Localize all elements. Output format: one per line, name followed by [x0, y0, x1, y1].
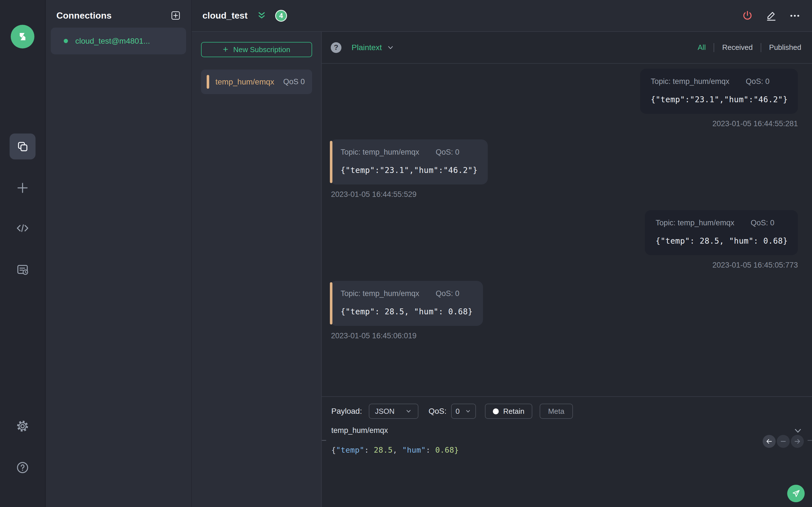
message-topic: Topic: temp_hum/emqx [341, 289, 419, 298]
message-bubble[interactable]: Topic: temp_hum/emqx QoS: 0 {"temp":"23.… [640, 69, 798, 114]
chevron-down-icon [405, 407, 412, 415]
add-connection-button[interactable] [170, 10, 181, 21]
plus-icon: + [223, 45, 229, 54]
chevron-down-icon [386, 43, 395, 52]
collapse-panel-button[interactable] [256, 10, 267, 21]
retain-dot-icon [493, 408, 499, 414]
message-topic: Topic: temp_hum/emqx [651, 77, 729, 86]
page-title: cloud_test [202, 10, 248, 21]
sidebar-item-help[interactable] [10, 455, 36, 481]
qos-select[interactable]: 0 [451, 404, 476, 419]
publish-topic-row: temp_hum/emqx [331, 426, 812, 435]
filter-all[interactable]: All [698, 43, 706, 52]
message-meta: Topic: temp_hum/emqx QoS: 0 [656, 219, 788, 227]
message-payload: {"temp":"23.1","hum":"46.2"} [651, 95, 788, 104]
new-subscription-label: New Subscription [233, 45, 290, 54]
send-message-button[interactable] [787, 485, 805, 502]
message-topic: Topic: temp_hum/emqx [656, 219, 734, 227]
message-bubble[interactable]: Topic: temp_hum/emqx QoS: 0 {"temp":"23.… [330, 139, 488, 184]
subscription-qos: QoS 0 [283, 77, 305, 86]
message-qos: QoS: 0 [746, 77, 769, 86]
subscription-topic: temp_hum/emqx [215, 77, 274, 87]
publish-toolbar: Payload: JSON QoS: 0 [331, 404, 812, 419]
history-prev-button[interactable] [763, 435, 776, 448]
payload-format-select[interactable]: JSON [369, 404, 418, 419]
disconnect-button[interactable] [742, 10, 753, 22]
mqttx-logo[interactable] [11, 25, 35, 48]
message-qos: QoS: 0 [436, 148, 459, 157]
message-bubble[interactable]: Topic: temp_hum/emqx QoS: 0 {"temp": 28.… [645, 210, 798, 255]
messages-toolbar: ? Plaintext All Received Publis [322, 32, 812, 64]
message-history-nav [763, 435, 804, 448]
message-payload: {"temp": 28.5, "hum": 0.68} [656, 236, 788, 245]
payload-format-help-icon[interactable]: ? [331, 42, 342, 53]
sidebar-item-settings[interactable] [10, 413, 36, 439]
message-item-published: Topic: temp_hum/emqx QoS: 0 {"temp": 28.… [330, 210, 798, 270]
message-payload: {"temp": 28.5, "hum": 0.68} [341, 307, 473, 316]
history-clear-button[interactable] [777, 435, 790, 448]
message-item-received: Topic: temp_hum/emqx QoS: 0 {"temp": 28.… [330, 281, 798, 340]
double-chevron-down-icon [256, 10, 267, 21]
message-qos: QoS: 0 [436, 289, 459, 298]
payload-editor-line: {"temp": 28.5, "hum": 0.68} [331, 446, 459, 454]
workspace-content: + New Subscription temp_hum/emqx QoS 0 ?… [192, 32, 812, 507]
history-next-button[interactable] [791, 435, 804, 448]
arrow-right-icon [794, 438, 801, 445]
connections-panel: Connections cloud_test@m4801... [46, 0, 192, 507]
message-timestamp: 2023-01-05 16:45:05:773 [712, 261, 798, 270]
plus-icon [15, 180, 30, 195]
message-topic: Topic: temp_hum/emqx [341, 148, 419, 157]
connection-topbar: cloud_test 4 [192, 0, 812, 32]
question-circle-icon [16, 461, 29, 474]
connected-status-dot [64, 39, 68, 43]
subscription-count-badge: 4 [275, 10, 287, 22]
retain-label: Retain [503, 407, 524, 416]
log-file-icon [15, 263, 30, 277]
filter-divider [714, 43, 714, 52]
payload-format-label: Payload: [331, 407, 362, 416]
subscription-color-bar [207, 75, 209, 89]
meta-button[interactable]: Meta [540, 404, 573, 419]
payload-editor[interactable]: {"temp": 28.5, "hum": 0.68} [331, 446, 812, 454]
chevron-down-icon [465, 408, 471, 414]
subscription-item[interactable]: temp_hum/emqx QoS 0 [201, 69, 312, 94]
more-options-button[interactable] [789, 10, 801, 22]
qos-label: QoS: [428, 407, 447, 416]
qos-value: 0 [456, 407, 460, 416]
retain-toggle[interactable]: Retain [485, 404, 532, 419]
connection-name: cloud_test@m4801... [75, 37, 150, 46]
editor-resize-handle[interactable] [331, 440, 812, 441]
topbar-actions [742, 10, 801, 22]
message-meta: Topic: temp_hum/emqx QoS: 0 [341, 289, 473, 298]
connection-item[interactable]: cloud_test@m4801... [51, 27, 186, 54]
sidebar-item-log[interactable] [10, 257, 36, 283]
chevron-down-icon [793, 426, 803, 436]
plus-square-icon [170, 10, 181, 21]
edit-connection-button[interactable] [765, 10, 777, 22]
message-format-value: Plaintext [352, 43, 382, 52]
message-meta: Topic: temp_hum/emqx QoS: 0 [651, 77, 788, 86]
new-subscription-button[interactable]: + New Subscription [201, 42, 312, 57]
message-format-select[interactable]: ? Plaintext [331, 42, 395, 53]
filter-divider [761, 43, 761, 52]
app-sidebar [0, 0, 46, 507]
sidebar-item-new-connection[interactable] [10, 175, 36, 201]
connections-header: Connections [51, 0, 186, 21]
filter-published[interactable]: Published [769, 43, 801, 52]
minus-icon [779, 438, 787, 445]
message-bubble[interactable]: Topic: temp_hum/emqx QoS: 0 {"temp": 28.… [330, 281, 483, 326]
message-qos: QoS: 0 [751, 219, 774, 227]
mqttx-logo-icon [16, 30, 29, 43]
connection-workspace: cloud_test 4 [192, 0, 812, 507]
collapse-publish-button[interactable] [793, 426, 803, 436]
messages-panel: ? Plaintext All Received Publis [322, 32, 812, 507]
message-item-published: Topic: temp_hum/emqx QoS: 0 {"temp":"23.… [330, 69, 798, 128]
message-meta: Topic: temp_hum/emqx QoS: 0 [341, 148, 477, 157]
filter-received[interactable]: Received [722, 43, 753, 52]
sidebar-item-connections[interactable] [10, 133, 36, 159]
sidebar-item-script[interactable] [10, 215, 36, 241]
arrow-left-icon [765, 438, 773, 445]
message-payload: {"temp":"23.1","hum":"46.2"} [341, 166, 477, 175]
topic-input[interactable]: temp_hum/emqx [331, 426, 388, 435]
message-timestamp: 2023-01-05 16:45:06:019 [331, 332, 416, 340]
